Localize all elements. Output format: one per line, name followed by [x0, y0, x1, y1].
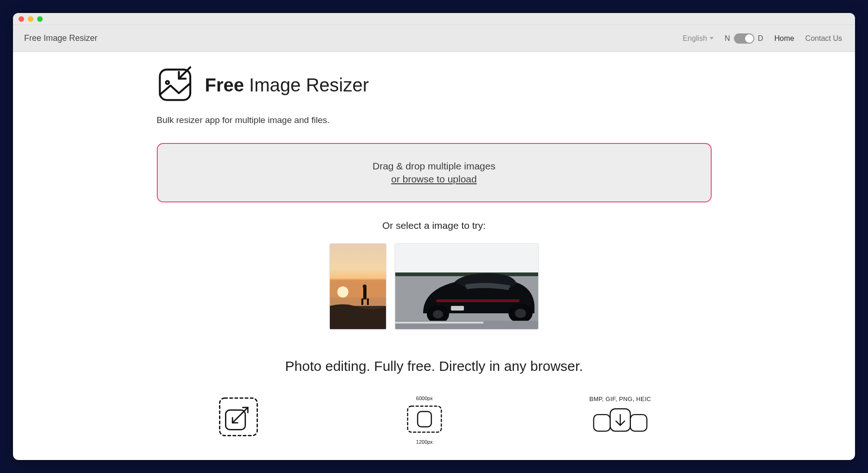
theme-toggle[interactable] [734, 33, 754, 44]
page-title-bold: Free [205, 75, 244, 95]
svg-rect-26 [630, 415, 647, 431]
language-label: English [683, 34, 707, 43]
page-title: Free Image Resizer [205, 75, 369, 96]
formats-label: BMP, GIF, PNG, HEIC [589, 395, 651, 402]
svg-rect-6 [363, 287, 366, 299]
feature-resize [217, 395, 260, 445]
svg-point-16 [433, 310, 443, 318]
tagline: Photo editing. Fully free. Directly in a… [157, 358, 712, 374]
svg-rect-10 [395, 244, 539, 276]
theme-toggle-group: N D [725, 33, 763, 44]
svg-rect-13 [436, 299, 520, 302]
page-title-rest: Image Resizer [244, 75, 369, 95]
app-window: Free Image Resizer English N D Home C [13, 13, 855, 460]
theme-label-night: N [725, 34, 730, 43]
sample-label: Or select a image to try: [157, 220, 712, 231]
feature-formats: BMP, GIF, PNG, HEIC [589, 395, 651, 445]
svg-point-7 [363, 285, 366, 288]
svg-point-1 [166, 81, 169, 84]
svg-rect-25 [593, 415, 610, 431]
svg-point-3 [337, 286, 348, 298]
svg-rect-0 [160, 70, 190, 100]
page-scroll[interactable]: Free Image Resizer Bulk resizer app for … [13, 52, 855, 460]
svg-rect-8 [361, 298, 363, 305]
nav-contact[interactable]: Contact Us [805, 34, 842, 43]
dropzone-text: Drag & drop multiple images [373, 161, 495, 172]
navbar-brand[interactable]: Free Image Resizer [24, 33, 97, 43]
upload-dropzone[interactable]: Drag & drop multiple images or browse to… [157, 143, 712, 202]
toggle-knob [745, 34, 753, 43]
download-icon [591, 405, 649, 436]
svg-rect-23 [408, 406, 442, 432]
app-logo-icon [157, 65, 195, 105]
svg-rect-20 [395, 322, 483, 324]
svg-rect-9 [367, 298, 369, 305]
theme-label-day: D [758, 34, 764, 43]
feature-row: 6000px 1200px BMP, GIF, PNG, HEIC [157, 395, 712, 445]
navbar: Free Image Resizer English N D Home C [13, 25, 855, 52]
hero: Free Image Resizer [157, 65, 712, 105]
window-titlebar [13, 13, 855, 25]
window-close-icon[interactable] [19, 16, 24, 22]
feature-dimensions: 6000px 1200px [405, 395, 444, 445]
svg-rect-14 [451, 306, 464, 311]
nav-home[interactable]: Home [774, 34, 794, 43]
language-dropdown[interactable]: English [683, 34, 714, 43]
resize-icon [217, 395, 260, 440]
window-minimize-icon[interactable] [28, 16, 33, 22]
dimensions-icon [405, 404, 444, 436]
chevron-down-icon [710, 37, 714, 39]
dim-top-label: 6000px [416, 395, 433, 401]
window-zoom-icon[interactable] [37, 16, 43, 22]
page-subtitle: Bulk resizer app for multiple image and … [157, 115, 712, 125]
svg-point-18 [515, 309, 526, 318]
svg-rect-24 [418, 412, 431, 427]
browse-upload-link[interactable]: or browse to upload [391, 174, 476, 185]
sample-images [157, 243, 712, 330]
sample-image-car[interactable] [395, 243, 539, 330]
sample-image-beach[interactable] [329, 243, 386, 330]
dim-bottom-label: 1200px [416, 439, 433, 445]
